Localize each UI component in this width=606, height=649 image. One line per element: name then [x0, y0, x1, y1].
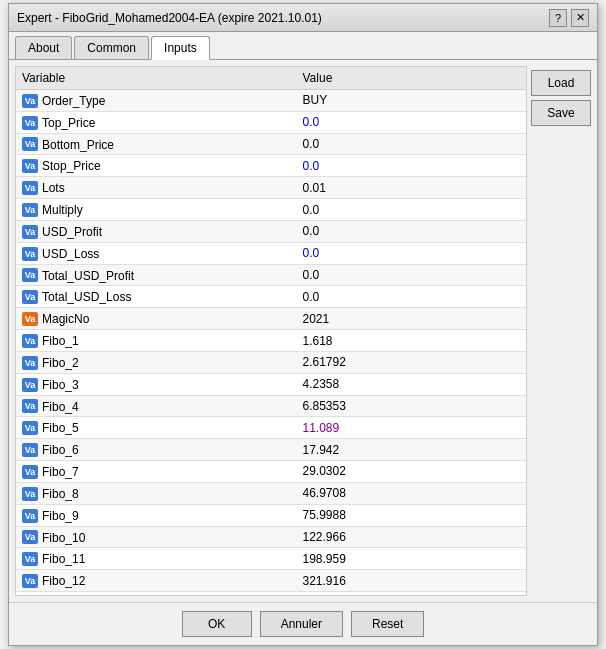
load-button[interactable]: Load — [531, 70, 591, 96]
ok-button[interactable]: OK — [182, 611, 252, 637]
var-type-icon: Va — [22, 443, 38, 457]
var-type-icon: Va — [22, 137, 38, 151]
var-type-icon: Va — [22, 421, 38, 435]
help-button[interactable]: ? — [549, 9, 567, 27]
var-name-label: Lots — [42, 181, 65, 195]
var-cell: VaFibo_7 — [16, 461, 297, 483]
var-type-icon: Va — [22, 378, 38, 392]
var-name-label: Fibo_8 — [42, 487, 79, 501]
val-cell[interactable]: 0.0 — [297, 220, 527, 242]
table-row: VaFibo_13520.86 — [16, 592, 526, 596]
var-cell: VaFibo_3 — [16, 373, 297, 395]
reset-button[interactable]: Reset — [351, 611, 424, 637]
val-cell[interactable]: 11.089 — [297, 417, 527, 439]
var-type-icon: Va — [22, 203, 38, 217]
val-cell[interactable]: 6.85353 — [297, 395, 527, 417]
var-type-icon: Va — [22, 509, 38, 523]
save-button[interactable]: Save — [531, 100, 591, 126]
val-cell[interactable]: 0.0 — [297, 111, 527, 133]
var-type-icon: Va — [22, 159, 38, 173]
table-row: VaFibo_846.9708 — [16, 482, 526, 504]
tab-inputs[interactable]: Inputs — [151, 36, 210, 60]
var-type-icon: Va — [22, 247, 38, 261]
var-name-label: MagicNo — [42, 312, 89, 326]
var-cell: VaUSD_Loss — [16, 242, 297, 264]
var-type-icon: Va — [22, 487, 38, 501]
col-header-variable: Variable — [16, 67, 297, 90]
main-window: Expert - FiboGrid_Mohamed2004-EA (expire… — [8, 3, 598, 646]
var-name-label: Fibo_4 — [42, 399, 79, 413]
val-cell[interactable]: 0.01 — [297, 177, 527, 199]
bottom-bar: OK Annuler Reset — [9, 602, 597, 645]
val-cell[interactable]: 122.966 — [297, 526, 527, 548]
val-cell[interactable]: 29.0302 — [297, 461, 527, 483]
inputs-table-container[interactable]: Variable Value VaOrder_TypeBUYVaTop_Pric… — [15, 66, 527, 596]
val-cell[interactable]: 1.618 — [297, 330, 527, 352]
var-type-icon: Va — [22, 356, 38, 370]
var-name-label: Fibo_1 — [42, 334, 79, 348]
var-type-icon: Va — [22, 94, 38, 108]
table-row: VaFibo_34.2358 — [16, 373, 526, 395]
val-cell[interactable]: 75.9988 — [297, 504, 527, 526]
var-name-label: Fibo_7 — [42, 465, 79, 479]
var-cell: VaFibo_9 — [16, 504, 297, 526]
inputs-table: Variable Value VaOrder_TypeBUYVaTop_Pric… — [16, 67, 526, 596]
val-cell[interactable]: 4.2358 — [297, 373, 527, 395]
var-name-label: USD_Profit — [42, 225, 102, 239]
val-cell[interactable]: 321.916 — [297, 570, 527, 592]
val-cell[interactable]: 0.0 — [297, 264, 527, 286]
table-row: VaLots0.01 — [16, 177, 526, 199]
side-button-container: Load Save — [531, 66, 591, 126]
close-button[interactable]: ✕ — [571, 9, 589, 27]
var-cell: VaFibo_1 — [16, 330, 297, 352]
val-cell[interactable]: 0.0 — [297, 242, 527, 264]
val-cell[interactable]: 0.0 — [297, 155, 527, 177]
val-cell[interactable]: 0.0 — [297, 286, 527, 308]
var-cell: VaUSD_Profit — [16, 220, 297, 242]
var-cell: VaFibo_4 — [16, 395, 297, 417]
tab-common[interactable]: Common — [74, 36, 149, 59]
val-cell[interactable]: 198.959 — [297, 548, 527, 570]
table-row: VaFibo_729.0302 — [16, 461, 526, 483]
var-type-icon: Va — [22, 334, 38, 348]
val-cell[interactable]: 0.0 — [297, 199, 527, 221]
var-name-label: Stop_Price — [42, 159, 101, 173]
val-cell[interactable]: 46.9708 — [297, 482, 527, 504]
table-row: VaFibo_11.618 — [16, 330, 526, 352]
val-cell[interactable]: 520.86 — [297, 592, 527, 596]
var-name-label: Order_Type — [42, 94, 105, 108]
var-type-icon: Va — [22, 574, 38, 588]
var-cell: VaFibo_11 — [16, 548, 297, 570]
var-name-label: Fibo_11 — [42, 552, 85, 566]
var-name-label: Total_USD_Loss — [42, 290, 131, 304]
title-buttons: ? ✕ — [549, 9, 589, 27]
var-name-label: Top_Price — [42, 116, 95, 130]
var-name-label: Multiply — [42, 203, 83, 217]
cancel-button[interactable]: Annuler — [260, 611, 343, 637]
var-cell: VaFibo_8 — [16, 482, 297, 504]
var-type-icon: Va — [22, 552, 38, 566]
var-cell: VaFibo_13 — [16, 592, 297, 596]
val-cell[interactable]: 0.0 — [297, 133, 527, 155]
val-cell[interactable]: 2021 — [297, 308, 527, 330]
table-row: VaFibo_10122.966 — [16, 526, 526, 548]
var-cell: VaFibo_10 — [16, 526, 297, 548]
table-row: VaMultiply0.0 — [16, 199, 526, 221]
table-row: VaTop_Price0.0 — [16, 111, 526, 133]
tab-about[interactable]: About — [15, 36, 72, 59]
table-row: VaTotal_USD_Profit0.0 — [16, 264, 526, 286]
var-name-label: Fibo_6 — [42, 443, 79, 457]
var-cell: VaMagicNo — [16, 308, 297, 330]
var-type-icon: Va — [22, 268, 38, 282]
var-type-icon: Va — [22, 290, 38, 304]
var-name-label: Total_USD_Profit — [42, 268, 134, 282]
val-cell[interactable]: 2.61792 — [297, 351, 527, 373]
var-name-label: Fibo_12 — [42, 574, 85, 588]
var-name-label: Fibo_5 — [42, 421, 79, 435]
table-row: VaFibo_12321.916 — [16, 570, 526, 592]
var-cell: VaFibo_2 — [16, 351, 297, 373]
val-cell[interactable]: 17.942 — [297, 439, 527, 461]
table-row: VaMagicNo2021 — [16, 308, 526, 330]
table-row: VaStop_Price0.0 — [16, 155, 526, 177]
val-cell[interactable]: BUY — [297, 90, 527, 112]
